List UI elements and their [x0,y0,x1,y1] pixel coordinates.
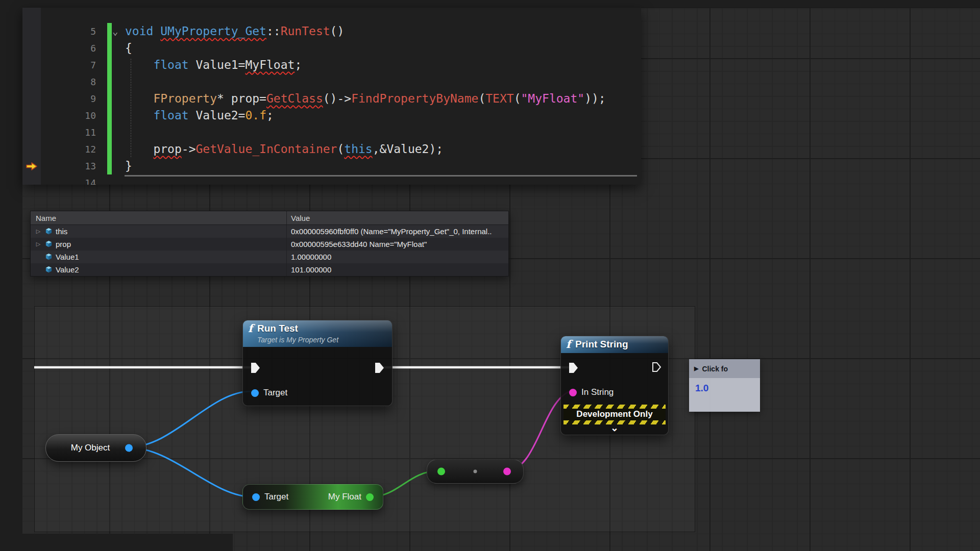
change-tracking-bar [107,158,112,174]
tooltip-header-label: Click fo [702,365,728,373]
expander-icon[interactable]: ▷ [35,228,42,235]
pin-label-target: Target [263,388,287,398]
change-tracking-bar [107,57,112,73]
breakpoint-margin-cell[interactable] [22,73,41,90]
code-token: this [344,142,372,156]
line-number: 13 [41,158,107,174]
watch-panel: Name Value ▷this0x000005960fbf0ff0 (Name… [30,211,509,277]
play-icon: ▶ [694,366,698,371]
code-token: = [238,109,246,122]
code-token: Value2 [196,109,238,122]
code-token [125,58,153,71]
node-header: f Print String [561,336,668,353]
code-token: FindPropertyByName [351,92,478,105]
change-tracking-bar [107,40,112,57]
node-float-to-string-conversion[interactable] [427,459,524,484]
fold-chevron-icon[interactable]: ⌄ [112,23,118,40]
change-tracking-bar [107,90,112,107]
code-token: = [238,58,246,71]
breakpoint-margin-cell[interactable] [22,57,41,73]
code-token [125,92,153,105]
node-get-my-float[interactable]: Target My Float [242,484,383,510]
conversion-input-pin[interactable] [437,468,445,475]
code-text: float Value2=0.f; [112,107,641,124]
code-token [125,109,153,122]
breakpoint-margin-cell[interactable] [22,158,41,174]
variable-value: 0x000005960fbf0ff0 (Name="MyProperty_Get… [287,227,508,236]
exec-in-pin[interactable] [569,363,578,373]
breakpoint-margin-cell[interactable] [22,141,41,158]
breakpoint-margin-cell[interactable] [22,23,41,40]
conversion-output-pin[interactable] [503,468,511,475]
node-title: Run Test [257,323,338,334]
breakpoint-margin-cell[interactable] [22,90,41,107]
in-string-pin[interactable] [569,389,577,396]
code-scrollbar[interactable] [125,175,637,177]
development-only-banner: Development Only [564,405,666,424]
column-header-name[interactable]: Name [31,211,287,224]
chevron-down-icon[interactable]: ⌄ [561,423,668,433]
line-number: 6 [41,40,107,57]
exec-in-pin[interactable] [251,363,260,373]
code-text [112,124,641,141]
variable-name: this [56,227,67,236]
code-line: 8 [22,73,641,90]
breakpoint-margin-cell[interactable] [22,174,41,185]
code-token: GetValue_InContainer [195,142,337,156]
node-title: Print String [575,339,628,350]
column-header-value[interactable]: Value [287,214,508,222]
code-line: 13} [22,158,641,174]
breakpoint-margin-cell[interactable] [22,107,41,124]
line-number: 7 [41,57,107,73]
code-editor-panel: 5⌄void UMyProperty_Get::RunTest()6{7 flo… [22,8,641,185]
code-lines: 5⌄void UMyProperty_Get::RunTest()6{7 flo… [22,23,641,185]
tooltip-header[interactable]: ▶ Click fo [689,359,760,378]
node-print-string[interactable]: f Print String In String Development Onl… [560,336,669,435]
code-token: prop [153,142,181,156]
change-tracking-bar [107,124,112,141]
code-token: * [217,92,231,105]
exec-out-pin[interactable] [375,363,384,373]
watch-row[interactable]: ▷prop0x00000595e633dd40 Name="MyFloat" [31,238,508,251]
variable-name: Value1 [56,253,79,261]
code-token: } [125,159,132,172]
wire-myobject-to-getter-target[interactable] [128,447,253,497]
code-token: ; [436,142,443,156]
hazard-stripe [564,405,666,409]
code-token: ( [337,142,344,156]
wire-myobject-to-runtest-target[interactable] [128,391,251,447]
node-header: f Run Test Target is My Property Get [243,320,392,347]
watch-row[interactable]: ▷this0x000005960fbf0ff0 (Name="MyPropert… [31,225,508,238]
top-edge-strip [0,0,980,7]
code-token: ( [478,92,485,105]
variable-name: prop [56,240,71,248]
blueprint-canvas[interactable]: f Run Test Target is My Property Get Tar… [0,0,980,551]
function-icon: f [566,339,571,350]
code-token: void [125,24,153,38]
code-token: () [330,24,345,38]
code-token: FProperty [153,92,217,105]
node-my-object[interactable]: My Object [45,434,146,462]
function-icon: f [248,323,253,334]
breakpoint-margin-cell[interactable] [22,124,41,141]
watch-row[interactable]: Value11.00000000 [31,251,508,263]
code-line: 7 float Value1=MyFloat; [22,57,641,73]
line-number: 14 [41,174,107,185]
my-object-output-pin[interactable] [125,444,133,452]
code-text: prop->GetValue_InContainer(this,&Value2)… [112,141,641,158]
variable-icon [45,266,53,273]
node-run-test[interactable]: f Run Test Target is My Property Get Tar… [242,320,393,406]
my-float-output-pin[interactable] [366,493,374,501]
code-token: float [153,58,188,71]
breakpoint-margin-cell[interactable] [22,40,41,57]
watch-name-cell: ▷this [31,225,287,238]
watch-row[interactable]: Value2101.000000 [31,263,508,276]
exec-out-pin[interactable] [652,362,662,372]
change-tracking-bar [107,141,112,158]
getter-target-pin[interactable] [252,493,260,501]
code-token: -> [182,142,196,156]
expander-icon[interactable]: ▷ [35,241,42,247]
change-tracking-bar [107,107,112,124]
target-pin[interactable] [251,389,259,397]
variable-name: Value2 [56,265,79,274]
